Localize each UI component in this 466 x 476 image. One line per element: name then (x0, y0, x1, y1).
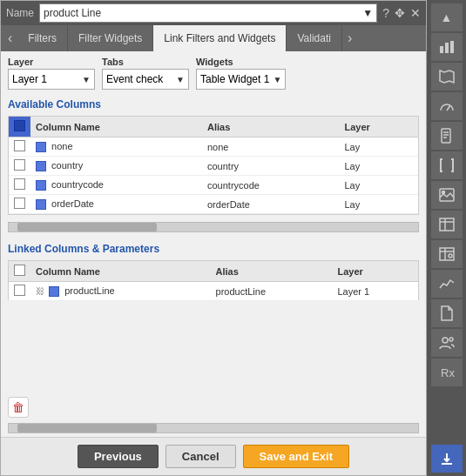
bottom-actions: 🗑 (1, 393, 426, 421)
svg-rect-5 (442, 129, 450, 143)
svg-rect-0 (440, 46, 443, 53)
available-table-row: country country Lay (9, 157, 418, 176)
sidebar-map-button[interactable] (431, 63, 463, 91)
row-name-cell: country (30, 157, 202, 176)
name-label: Name (6, 7, 34, 19)
footer: Previous Cancel Save and Exit (1, 437, 426, 475)
dialog-header: Name product Line ▼ ? ✥ ✕ (1, 1, 426, 25)
sidebar-gauge-button[interactable] (431, 92, 463, 120)
available-columns-scroll[interactable]: Column Name Alias Layer none none Lay (8, 116, 419, 215)
previous-button[interactable]: Previous (78, 445, 159, 468)
tab-prev-button[interactable]: ‹ (3, 25, 17, 51)
sidebar-bracket-button[interactable] (431, 151, 463, 179)
available-h-scrollthumb (17, 223, 157, 231)
tab-filters[interactable]: Filters (17, 25, 68, 51)
available-table-row: orderDate orderDate Lay (9, 195, 418, 214)
right-sidebar: ▲ Rx (427, 0, 466, 476)
sidebar-rx-button[interactable]: Rx (431, 359, 463, 386)
main-h-scrollbar[interactable] (8, 423, 419, 433)
linked-col-check-header[interactable] (9, 261, 31, 282)
available-col-name-header: Column Name (30, 117, 202, 137)
tabs-select[interactable]: Event check ▼ (102, 69, 189, 90)
linked-row-alias-cell: productLine (211, 282, 333, 301)
row-layer-cell: Lay (339, 157, 418, 176)
layer-select[interactable]: Layer 1 ▼ (8, 69, 95, 90)
layer-label: Layer (8, 57, 95, 67)
widgets-dropdown-group: Widgets Table Widget 1 ▼ (196, 57, 286, 90)
linked-row-checkbox-cell[interactable] (9, 282, 31, 301)
row-checkbox-cell[interactable] (9, 195, 30, 214)
available-table-row: none none Lay (9, 137, 418, 157)
sidebar-document-button[interactable] (431, 122, 463, 150)
sidebar-download-button[interactable] (431, 445, 463, 473)
available-col-alias-header: Alias (202, 117, 339, 137)
sidebar-tablesettings-button[interactable] (431, 240, 463, 268)
sidebar-users-button[interactable] (431, 329, 463, 357)
available-columns-table: Column Name Alias Layer none none Lay (9, 117, 418, 214)
tabs-label: Tabs (102, 57, 189, 67)
svg-rect-11 (440, 218, 454, 231)
row-checkbox-cell[interactable] (9, 157, 30, 176)
row-layer-cell: Lay (339, 195, 418, 214)
svg-point-19 (449, 338, 453, 341)
linked-columns-wrapper: Column Name Alias Layer ⛓ productLine pr… (8, 260, 419, 301)
svg-line-4 (447, 105, 450, 111)
delete-button[interactable]: 🗑 (8, 397, 29, 418)
tab-validation[interactable]: Validati (287, 25, 341, 51)
linked-col-alias-header: Alias (211, 261, 333, 282)
available-h-scrollbar[interactable] (8, 222, 419, 232)
svg-point-17 (449, 254, 452, 258)
layer-dropdown-group: Layer Layer 1 ▼ (8, 57, 95, 90)
row-layer-cell: Lay (339, 176, 418, 195)
available-col-check-header[interactable] (9, 117, 30, 137)
row-checkbox[interactable] (14, 178, 25, 190)
linked-col-layer-header: Layer (332, 261, 418, 282)
main-h-scrollthumb (17, 424, 157, 432)
svg-point-18 (442, 338, 448, 343)
close-icon[interactable]: ✕ (410, 6, 421, 20)
widgets-select[interactable]: Table Widget 1 ▼ (196, 69, 286, 90)
row-checkbox[interactable] (14, 159, 25, 171)
linked-row-layer-cell: Layer 1 (332, 282, 418, 301)
linked-header-checkbox[interactable] (14, 265, 25, 276)
dropdowns-row: Layer Layer 1 ▼ Tabs Event check ▼ Widge… (8, 57, 419, 90)
sidebar-barchart-button[interactable] (431, 33, 463, 61)
content-area: Layer Layer 1 ▼ Tabs Event check ▼ Widge… (1, 51, 426, 393)
sidebar-tablechart-button[interactable] (431, 211, 463, 238)
linked-table-row: ⛓ productLine productLine Layer 1 (9, 282, 419, 301)
sidebar-up-button[interactable]: ▲ (431, 3, 463, 31)
row-name-cell: countrycode (30, 176, 202, 195)
row-layer-cell: Lay (339, 137, 418, 157)
tab-link-filters[interactable]: Link Filters and Widgets (153, 25, 287, 51)
svg-point-10 (442, 191, 444, 194)
name-select[interactable]: product Line ▼ (39, 3, 377, 23)
widgets-label: Widgets (196, 57, 286, 67)
name-select-arrow: ▼ (362, 7, 373, 19)
row-name-cell: none (30, 137, 202, 157)
row-checkbox-cell[interactable] (9, 137, 30, 157)
row-alias-cell: countrycode (202, 176, 339, 195)
available-col-layer-header: Layer (339, 117, 418, 137)
linked-row-name-cell: ⛓ productLine (30, 282, 211, 301)
move-icon[interactable]: ✥ (395, 6, 405, 20)
cancel-button[interactable]: Cancel (165, 445, 236, 468)
linked-row-checkbox[interactable] (14, 285, 25, 296)
row-checkbox[interactable] (14, 140, 25, 151)
linked-columns-title: Linked Columns & Parameters (8, 243, 419, 255)
sidebar-linechart-button[interactable] (431, 270, 463, 298)
save-and-exit-button[interactable]: Save and Exit (243, 445, 350, 468)
question-icon[interactable]: ? (382, 6, 389, 20)
row-alias-cell: orderDate (202, 195, 339, 214)
available-columns-title: Available Columns (8, 98, 419, 111)
tab-next-button[interactable]: › (342, 25, 357, 51)
svg-marker-3 (440, 70, 454, 83)
tab-bar: ‹ Filters Filter Widgets Link Filters an… (1, 25, 426, 51)
row-checkbox-cell[interactable] (9, 176, 30, 195)
svg-rect-21 (442, 463, 452, 465)
sidebar-image-button[interactable] (431, 181, 463, 209)
tab-filter-widgets[interactable]: Filter Widgets (68, 25, 153, 51)
row-checkbox[interactable] (14, 198, 25, 209)
tabs-dropdown-group: Tabs Event check ▼ (102, 57, 189, 90)
sidebar-file-button[interactable] (431, 299, 463, 327)
tabs-arrow-icon: ▼ (176, 75, 185, 84)
